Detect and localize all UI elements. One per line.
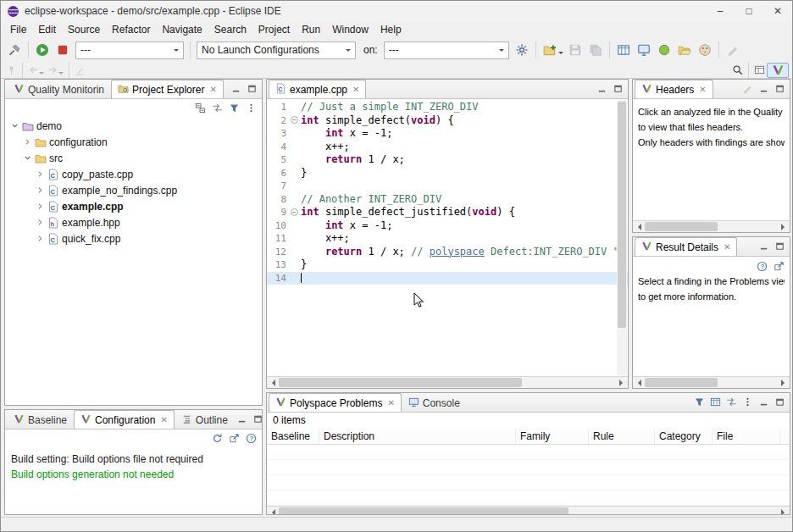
- run-configuration-combo[interactable]: ---: [75, 42, 184, 59]
- code-line[interactable]: 8// Another INT_ZERO_DIV: [267, 193, 628, 207]
- scroll-left-button[interactable]: [633, 377, 645, 389]
- minimize-view-button[interactable]: [757, 81, 771, 96]
- code-line[interactable]: 7: [267, 180, 628, 193]
- scroll-left-button[interactable]: [633, 221, 645, 233]
- tab-console[interactable]: Console: [402, 393, 467, 412]
- scroll-right-button[interactable]: [778, 221, 790, 233]
- menu-item-file[interactable]: File: [4, 22, 32, 37]
- link-with-editor-button[interactable]: [724, 395, 739, 409]
- editor-horizontal-scrollbar[interactable]: [267, 376, 628, 388]
- launch-configuration-combo[interactable]: No Launch Configurations: [197, 42, 356, 59]
- filter-button[interactable]: [692, 395, 707, 409]
- maximize-view-button[interactable]: [251, 412, 263, 426]
- fold-collapse-icon[interactable]: −: [291, 208, 298, 216]
- close-tab-icon[interactable]: ✕: [209, 85, 216, 94]
- minimize-view-button[interactable]: [757, 239, 771, 253]
- editor-vertical-scrollbar[interactable]: [617, 100, 627, 375]
- maximize-view-button[interactable]: [245, 81, 259, 96]
- details-horizontal-scrollbar[interactable]: [633, 376, 790, 388]
- scroll-left-button[interactable]: [267, 377, 279, 389]
- help-icon[interactable]: ?: [244, 431, 258, 446]
- tree-item-example-no-findings-cpp[interactable]: Cexample_no_findings.cpp: [5, 182, 262, 198]
- chevron-down-icon[interactable]: [39, 72, 44, 77]
- external-tools-button[interactable]: [695, 40, 715, 60]
- code-line[interactable]: 1// Just a simple INT_ZERO_DIV: [267, 101, 628, 114]
- view-menu-button[interactable]: [740, 395, 755, 409]
- menu-item-search[interactable]: Search: [208, 22, 252, 37]
- code-line[interactable]: 11 x++;: [267, 232, 628, 246]
- tab-example-cpp[interactable]: Cexample.cpp✕: [269, 80, 366, 98]
- tab-polyspace-problems[interactable]: Polyspace Problems✕: [269, 393, 402, 412]
- minimize-view-button[interactable]: [595, 81, 609, 96]
- tree-item-configuration[interactable]: configuration: [5, 134, 262, 150]
- open-resource-button[interactable]: [674, 40, 695, 60]
- run-last-tool-button[interactable]: [654, 40, 674, 60]
- save-button[interactable]: [565, 40, 585, 60]
- tab-quality-monitorin[interactable]: Quality Monitorin: [7, 80, 111, 98]
- tab-project-explorer[interactable]: Project Explorer✕: [111, 80, 224, 98]
- open-perspective-button[interactable]: [752, 63, 767, 77]
- help-icon[interactable]: ?: [755, 259, 769, 274]
- menu-item-refactor[interactable]: Refactor: [106, 22, 156, 37]
- scrollbar-thumb[interactable]: [645, 378, 718, 387]
- tree-item-example-hpp[interactable]: hexample.hpp: [5, 214, 262, 230]
- scroll-right-button[interactable]: [778, 377, 790, 389]
- scrollbar-thumb[interactable]: [618, 102, 626, 328]
- stop-analysis-button[interactable]: [53, 40, 73, 60]
- menu-item-help[interactable]: Help: [374, 22, 408, 37]
- tree-item-copy-paste-cpp[interactable]: Ccopy_paste.cpp: [5, 166, 262, 182]
- code-line[interactable]: 14: [267, 272, 628, 285]
- close-tab-icon[interactable]: ✕: [387, 398, 394, 407]
- column-header-category[interactable]: Category: [655, 429, 713, 444]
- close-tab-icon[interactable]: ✕: [724, 242, 730, 252]
- tab-configuration[interactable]: Configuration✕: [74, 410, 175, 429]
- menu-item-run[interactable]: Run: [296, 22, 326, 37]
- tab-headers[interactable]: Headers✕: [635, 80, 713, 98]
- code-line[interactable]: 3 int x = -1;: [267, 127, 628, 141]
- new-wizard-button[interactable]: [540, 40, 560, 60]
- problems-horizontal-scrollbar[interactable]: [267, 506, 790, 514]
- column-header-file[interactable]: File: [713, 429, 780, 444]
- headers-horizontal-scrollbar[interactable]: [633, 220, 790, 232]
- run-analysis-button[interactable]: [32, 40, 53, 60]
- console-view-button[interactable]: [634, 40, 654, 60]
- minimize-view-button[interactable]: [229, 81, 243, 96]
- filter-button[interactable]: [227, 101, 241, 115]
- close-tab-icon[interactable]: ✕: [160, 415, 167, 424]
- code-line[interactable]: 9−int simple_defect_justified(void) {: [267, 206, 628, 219]
- chevron-right-icon[interactable]: [36, 202, 45, 211]
- minimize-view-button[interactable]: [235, 412, 249, 426]
- code-line[interactable]: 13}: [267, 258, 628, 272]
- scroll-left-button[interactable]: [267, 507, 279, 515]
- chevron-right-icon[interactable]: [23, 137, 32, 147]
- code-area[interactable]: 1// Just a simple INT_ZERO_DIV2−int simp…: [267, 99, 628, 376]
- chevron-down-icon[interactable]: [58, 72, 64, 77]
- close-tab-icon[interactable]: ✕: [699, 85, 706, 94]
- refresh-button[interactable]: [210, 431, 225, 446]
- menu-item-source[interactable]: Source: [62, 22, 106, 37]
- problems-view-button[interactable]: [613, 40, 634, 60]
- chevron-right-icon[interactable]: [36, 234, 45, 243]
- menu-item-window[interactable]: Window: [326, 22, 374, 37]
- scroll-right-button[interactable]: [778, 507, 790, 515]
- collapse-all-button[interactable]: [193, 101, 208, 115]
- column-header-family[interactable]: Family: [516, 429, 589, 444]
- tab-baseline[interactable]: Baseline: [7, 410, 74, 429]
- fold-collapse-icon[interactable]: −: [291, 116, 298, 124]
- target-settings-icon[interactable]: [512, 40, 532, 60]
- group-by-button[interactable]: [708, 395, 723, 409]
- annotation-button[interactable]: [723, 40, 743, 60]
- export-button[interactable]: [227, 431, 241, 446]
- tree-item-example-cpp[interactable]: Cexample.cpp: [5, 198, 262, 214]
- window-minimize-button[interactable]: –: [706, 1, 735, 21]
- tab-outline[interactable]: Outline: [175, 410, 235, 429]
- minimize-view-button[interactable]: [757, 395, 771, 409]
- polyspace-perspective-button[interactable]: [767, 63, 789, 78]
- maximize-view-button[interactable]: [773, 239, 787, 253]
- window-close-button[interactable]: ✕: [763, 1, 792, 21]
- menu-item-edit[interactable]: Edit: [32, 22, 62, 37]
- code-line[interactable]: 12 return 1 / x; // polyspace Defect:INT…: [267, 246, 628, 259]
- maximize-view-button[interactable]: [773, 395, 787, 409]
- chevron-right-icon[interactable]: [36, 169, 45, 179]
- close-tab-icon[interactable]: ✕: [352, 85, 359, 94]
